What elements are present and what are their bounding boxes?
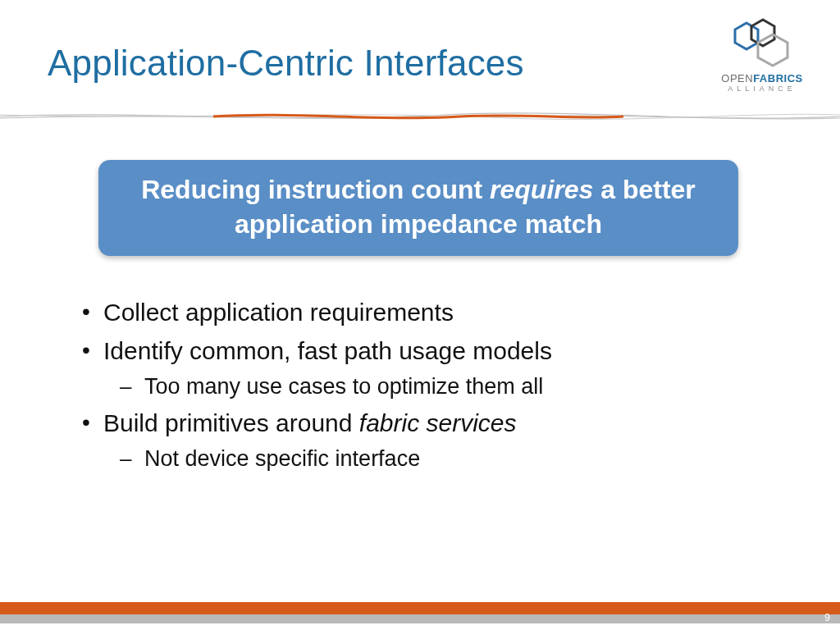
callout-part1: Reducing instruction count	[141, 175, 490, 204]
bullet-3-em: fabric services	[359, 409, 517, 436]
logo-open: OPEN	[721, 72, 753, 84]
logo-text: OPENFABRICS	[709, 72, 815, 84]
bullet-1: Collect application requirements	[74, 294, 779, 332]
logo-fabrics: FABRICS	[753, 72, 803, 84]
footer-grey-bar	[0, 614, 840, 623]
bullet-2a: Too many use cases to optimize them all	[74, 370, 779, 404]
slide-title: Application-Centric Interfaces	[48, 43, 524, 84]
footer-orange-bar	[0, 602, 840, 615]
page-number: 9	[824, 612, 830, 623]
bullet-2: Identify common, fast path usage models	[74, 332, 779, 371]
bullet-3: Build primitives around fabric services	[74, 404, 779, 443]
bullet-3-pre: Build primitives around	[103, 409, 359, 436]
divider-line	[0, 107, 840, 126]
hexagon-logo-icon	[727, 18, 797, 67]
logo-subtitle: ALLIANCE	[709, 84, 815, 93]
svg-marker-0	[735, 23, 758, 49]
bullet-3a: Not device specific interface	[74, 442, 779, 477]
body-bullets: Collect application requirements Identif…	[74, 294, 779, 477]
svg-marker-1	[751, 20, 774, 46]
callout-em: requires	[490, 175, 593, 204]
callout-text: Reducing instruction count requires a be…	[121, 173, 715, 241]
callout-box: Reducing instruction count requires a be…	[98, 160, 738, 256]
slide: Application-Centric Interfaces OPENFABRI…	[0, 0, 840, 630]
openfabrics-logo: OPENFABRICS ALLIANCE	[709, 18, 815, 93]
